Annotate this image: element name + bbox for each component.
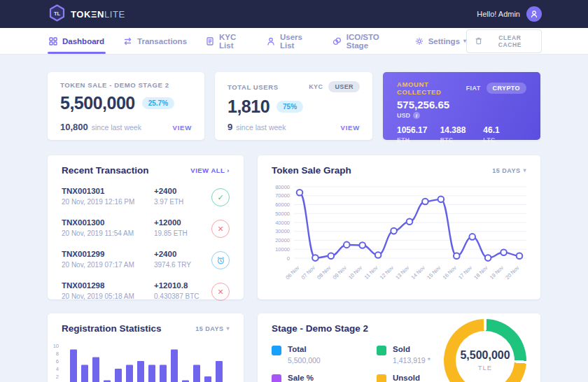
tx-amount: +2400 — [154, 250, 211, 258]
tab-dashboard[interactable]: Dashboard — [49, 28, 104, 54]
card-title: AMOUNT COLLECTED — [397, 80, 466, 96]
unsold-swatch — [377, 374, 386, 382]
registration-statistics-card: Registration Statistics 15 DAYS▾ 108642 — [48, 313, 244, 382]
svg-text:19 Nov: 19 Nov — [489, 264, 505, 281]
svg-text:70000: 70000 — [275, 192, 290, 199]
tx-date: 20 Nov, 2019 07:17 AM — [62, 261, 154, 269]
card-title: TOKEN SALE - DEMO STAGE 2 — [60, 81, 192, 89]
svg-text:15 Nov: 15 Nov — [426, 264, 442, 281]
trash-icon — [475, 37, 482, 45]
tx-id: TNX001300 — [62, 218, 154, 227]
toggle-crypto[interactable]: CRYPTO — [486, 83, 526, 94]
token-sale-value: 5,500,000 — [60, 93, 135, 113]
tab-users-list[interactable]: Users List — [267, 28, 314, 54]
legend-item-sale-pct: Sale % 25.7% Sold — [272, 374, 377, 382]
svg-text:16 Nov: 16 Nov — [442, 264, 458, 281]
card-title: Recent Transaction — [62, 165, 149, 176]
delta-value: 10,800 — [60, 122, 88, 132]
toggle-fiat[interactable]: FIAT — [466, 85, 481, 92]
chevron-down-icon: ▾ — [523, 167, 526, 174]
svg-text:10 Nov: 10 Nov — [347, 264, 363, 281]
amount-collected-card: AMOUNT COLLECTED FIAT CRYPTO 575,256.65 … — [383, 72, 540, 140]
sale-pct-swatch — [272, 374, 281, 382]
clear-cache-button[interactable]: CLEAR CACHE — [466, 29, 542, 53]
toggle-kyc[interactable]: KYC — [309, 83, 323, 90]
registration-bar-chart: 108642 — [49, 339, 238, 382]
tx-amount: +2400 — [154, 187, 211, 195]
tab-ico-sto-stage[interactable]: ICO/STO Stage — [332, 28, 396, 54]
tx-amount: +12000 — [154, 218, 211, 227]
currency-label: USD — [397, 112, 410, 119]
recent-transactions-card: Recent Transaction VIEW ALL › TNX0013012… — [48, 155, 244, 299]
total-users-value: 1,810 — [227, 97, 270, 117]
tx-id: TNX001301 — [62, 187, 154, 195]
view-all-link[interactable]: VIEW ALL › — [190, 167, 230, 174]
donut-center-label: TLE — [478, 364, 492, 372]
crypto-amounts: 1056.17 ETH 14.388 BTC 46.1 LTC — [397, 125, 526, 143]
user-menu[interactable]: Hello! Admin — [477, 6, 542, 22]
toggle-user[interactable]: USER — [328, 81, 360, 92]
svg-text:20 Nov: 20 Nov — [504, 264, 520, 281]
svg-text:09 Nov: 09 Nov — [332, 264, 348, 281]
range-dropdown[interactable]: 15 DAYS▾ — [195, 325, 230, 332]
transaction-row: TNX00129820 Nov, 2019 05:18 AM +12010.80… — [48, 276, 244, 307]
tab-transactions[interactable]: Transactions — [123, 28, 187, 54]
btc-label: BTC — [440, 136, 484, 143]
svg-text:07 Nov: 07 Nov — [300, 264, 316, 281]
percent-badge: 25.7% — [142, 97, 174, 109]
eth-value: 1056.17 — [397, 125, 440, 135]
tx-detail: 0.430387 BTC — [154, 292, 211, 300]
token-sale-line-chart: 0100002000030000400005000060000700008000… — [267, 181, 531, 296]
total-swatch — [272, 346, 281, 355]
view-link[interactable]: VIEW — [173, 124, 192, 132]
svg-text:10000: 10000 — [275, 246, 290, 253]
fiat-crypto-toggle: FIAT CRYPTO — [466, 83, 526, 94]
chevron-right-icon: › — [227, 167, 230, 174]
kyc-user-toggle: KYC USER — [309, 81, 360, 92]
tx-date: 20 Nov, 2019 12:16 PM — [62, 198, 154, 206]
svg-text:13 Nov: 13 Nov — [394, 264, 410, 281]
total-users-card: TOTAL USERS KYC USER 1,810 75% 9 since l… — [215, 72, 372, 140]
tab-kyc-list[interactable]: KYC List — [206, 28, 248, 54]
tab-settings[interactable]: Settings ▾ — [415, 28, 466, 54]
svg-text:50000: 50000 — [275, 211, 290, 217]
person-icon — [530, 10, 538, 18]
gear-icon — [415, 37, 424, 45]
tx-status-icon: ✕ — [211, 220, 230, 238]
card-title: Stage - Demo Stage 2 — [272, 323, 368, 334]
tx-date: 20 Nov, 2019 11:54 AM — [62, 229, 154, 237]
delta-note: since last week — [92, 123, 141, 132]
svg-text:80000: 80000 — [275, 184, 290, 190]
range-dropdown[interactable]: 15 DAYS▾ — [492, 167, 526, 174]
svg-text:12 Nov: 12 Nov — [379, 264, 395, 281]
tx-date: 20 Nov, 2019 05:18 AM — [62, 292, 154, 300]
swap-icon — [123, 37, 132, 45]
svg-text:6: 6 — [56, 358, 59, 365]
svg-text:TL: TL — [54, 10, 61, 16]
svg-text:30000: 30000 — [275, 228, 290, 234]
tx-status-icon — [211, 251, 230, 269]
users-icon — [267, 37, 275, 45]
svg-text:40000: 40000 — [275, 220, 290, 226]
chevron-down-icon: ▾ — [226, 325, 230, 332]
tx-status-icon: ✕ — [211, 283, 230, 301]
btc-value: 14.388 — [440, 125, 484, 135]
delta-note: since last week — [236, 123, 286, 132]
chevron-down-icon: ▾ — [463, 38, 466, 44]
view-link[interactable]: VIEW — [341, 124, 360, 132]
kyc-list-icon — [206, 37, 214, 45]
info-icon[interactable]: i — [413, 112, 420, 119]
svg-text:8: 8 — [56, 351, 59, 357]
brand-name: TOKΞNLITE — [71, 9, 125, 20]
transaction-row: TNX00130020 Nov, 2019 11:54 AM +1200019.… — [48, 213, 244, 244]
avatar[interactable] — [526, 6, 542, 22]
delta-value: 9 — [227, 122, 232, 132]
svg-text:06 Nov: 06 Nov — [284, 264, 300, 281]
tx-id: TNX001299 — [62, 250, 154, 258]
tx-amount: +12010.8 — [154, 281, 211, 290]
svg-text:17 Nov: 17 Nov — [457, 264, 473, 281]
legend-item-total: Total 5,500,000 — [272, 345, 377, 365]
tokenlite-logo-icon: TL — [49, 4, 65, 24]
svg-text:11 Nov: 11 Nov — [363, 264, 379, 281]
token-sale-card: TOKEN SALE - DEMO STAGE 2 5,500,000 25.7… — [48, 72, 204, 140]
